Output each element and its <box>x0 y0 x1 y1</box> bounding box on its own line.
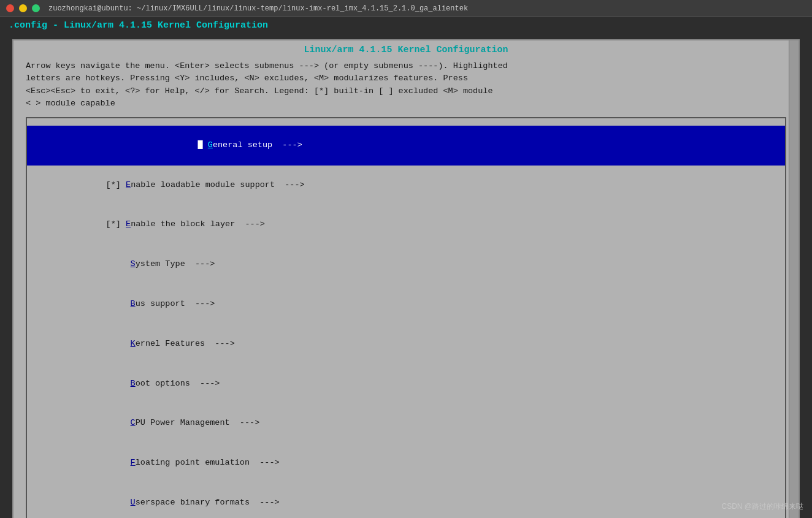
menu-item-block-layer[interactable]: [*] Enable the block layer ---> <box>27 205 785 245</box>
close-button[interactable] <box>6 4 14 12</box>
menu-item-userspace-binary[interactable]: Userspace binary formats ---> <box>27 483 785 518</box>
menu-item-system-type[interactable]: System Type ---> <box>27 245 785 284</box>
menu-item-cpu-power[interactable]: CPU Power Management ---> <box>27 403 785 443</box>
menu-item-boot-options[interactable]: Boot options ---> <box>27 364 785 404</box>
instruction-line-2: letters are hotkeys. Pressing <Y> includ… <box>26 72 786 85</box>
instruction-line-3: <Esc><Esc> to exit, <?> for Help, </> fo… <box>26 85 786 97</box>
menu-item-general-setup[interactable]: █ General setup ---> <box>27 126 785 166</box>
kernel-config-title-bar: Linux/arm 4.1.15 Kernel Configuration <box>13 40 799 58</box>
watermark: CSDN @路过的咔绵来哒 <box>721 501 803 512</box>
kernel-config-title: Linux/arm 4.1.15 Kernel Configuration <box>304 45 508 55</box>
menu-item-kernel-features[interactable]: Kernel Features ---> <box>27 324 785 364</box>
menu-item-bus-support[interactable]: Bus support ---> <box>27 284 785 324</box>
scrollbar[interactable] <box>789 40 799 518</box>
instructions-area: Arrow keys navigate the menu. <Enter> se… <box>13 58 799 115</box>
terminal-area: Linux/arm 4.1.15 Kernel Configuration Ar… <box>12 39 800 518</box>
menu-box: █ General setup ---> [*] Enable loadable… <box>26 117 786 518</box>
maximize-button[interactable] <box>32 4 40 12</box>
menu-item-floating-point[interactable]: Floating point emulation ---> <box>27 443 785 483</box>
titlebar-path: zuozhongkai@ubuntu: ~/linux/IMX6ULL/linu… <box>48 4 468 13</box>
menu-item-selected-bar: █ <box>198 140 208 150</box>
instruction-line-4: < > module capable <box>26 97 786 110</box>
instruction-line-1: Arrow keys navigate the menu. <Enter> se… <box>26 60 786 72</box>
menu-item-loadable-module[interactable]: [*] Enable loadable module support ---> <box>27 166 785 205</box>
titlebar: zuozhongkai@ubuntu: ~/linux/IMX6ULL/linu… <box>0 0 812 17</box>
app-title: .config - Linux/arm 4.1.15 Kernel Config… <box>9 20 268 31</box>
minimize-button[interactable] <box>19 4 27 12</box>
